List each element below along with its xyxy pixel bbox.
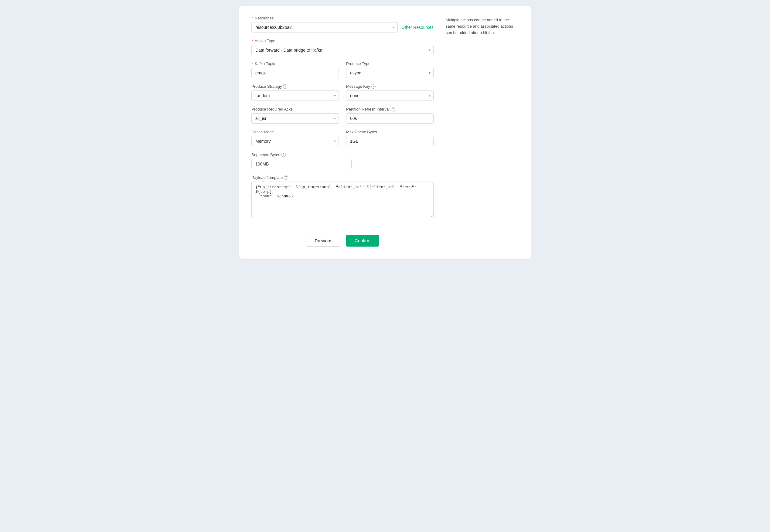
action-type-select-wrapper: Data forward - Data bridge to Kafka ▾ xyxy=(251,45,434,55)
message-key-select-wrapper: none ▾ xyxy=(346,90,434,101)
message-key-label: Message Key ? xyxy=(346,84,434,89)
produce-type-col: Produce Type async ▾ xyxy=(346,61,434,78)
segments-bytes-group: Segments Bytes ? xyxy=(251,152,434,169)
kafka-produce-row: * Kafka Topic Produce Type async ▾ xyxy=(251,61,434,78)
payload-template-group: Payload Template ? {"up_timestamp": ${up… xyxy=(251,175,434,219)
payload-template-label: Payload Template ? xyxy=(251,175,434,180)
resources-row: resource:c63b2ba2 ▾ Other Resources xyxy=(251,22,434,32)
payload-template-help-icon: ? xyxy=(284,176,288,180)
resources-group: * Resources resource:c63b2ba2 ▾ Other Re… xyxy=(251,16,434,32)
produce-acks-label: Produce Required Acks xyxy=(251,107,339,111)
max-cache-bytes-label: Max Cache Bytes xyxy=(346,130,434,134)
form-sidebar: Multiple actions can be added to the sam… xyxy=(446,16,519,247)
message-key-select[interactable]: none xyxy=(346,90,434,101)
action-type-group: * Action Type Data forward - Data bridge… xyxy=(251,39,434,55)
partition-refresh-label: Partition Refresh Interval ? xyxy=(346,107,434,111)
confirm-button[interactable]: Confirm xyxy=(346,235,379,247)
resources-select[interactable]: resource:c63b2ba2 xyxy=(251,22,398,32)
form-container: * Resources resource:c63b2ba2 ▾ Other Re… xyxy=(239,6,531,259)
partition-refresh-input[interactable] xyxy=(346,113,434,124)
resources-select-wrapper: resource:c63b2ba2 ▾ xyxy=(251,22,398,32)
segments-bytes-input[interactable] xyxy=(251,159,352,169)
produce-type-label: Produce Type xyxy=(346,61,434,66)
kafka-topic-required-star: * xyxy=(251,61,253,66)
previous-button[interactable]: Previous xyxy=(306,235,341,247)
produce-type-select-wrapper: async ▾ xyxy=(346,68,434,78)
strategy-key-row: Produce Strategy ? random ▾ Message Key … xyxy=(251,84,434,101)
partition-refresh-col: Partition Refresh Interval ? xyxy=(346,107,434,124)
kafka-topic-label: * Kafka Topic xyxy=(251,61,339,66)
action-bar: Previous Confirm xyxy=(251,229,434,247)
produce-strategy-col: Produce Strategy ? random ▾ xyxy=(251,84,339,101)
form-main: * Resources resource:c63b2ba2 ▾ Other Re… xyxy=(251,16,434,247)
produce-strategy-help-icon: ? xyxy=(283,84,287,89)
segments-bytes-label: Segments Bytes ? xyxy=(251,152,434,157)
kafka-topic-input[interactable] xyxy=(251,68,339,78)
resources-label: * Resources xyxy=(251,16,434,20)
acks-partition-row: Produce Required Acks all_isr ▾ Partitio… xyxy=(251,107,434,124)
other-resources-link[interactable]: Other Resources xyxy=(401,25,434,30)
sidebar-note: Multiple actions can be added to the sam… xyxy=(446,17,519,36)
action-type-label: * Action Type xyxy=(251,39,434,43)
kafka-topic-col: * Kafka Topic xyxy=(251,61,339,78)
produce-acks-select-wrapper: all_isr ▾ xyxy=(251,113,339,124)
segments-bytes-help-icon: ? xyxy=(281,153,286,157)
message-key-help-icon: ? xyxy=(371,84,376,89)
action-type-required-star: * xyxy=(251,39,253,43)
cache-row: Cache Mode Memory ▾ Max Cache Bytes xyxy=(251,130,434,146)
produce-acks-col: Produce Required Acks all_isr ▾ xyxy=(251,107,339,124)
produce-strategy-label: Produce Strategy ? xyxy=(251,84,339,89)
cache-mode-label: Cache Mode xyxy=(251,130,339,134)
payload-template-textarea[interactable]: {"up_timestamp": ${up_timestamp}, "clien… xyxy=(251,182,434,218)
produce-strategy-select-wrapper: random ▾ xyxy=(251,90,339,101)
resources-required-star: * xyxy=(251,16,253,20)
message-key-col: Message Key ? none ▾ xyxy=(346,84,434,101)
produce-strategy-select[interactable]: random xyxy=(251,90,339,101)
produce-acks-select[interactable]: all_isr xyxy=(251,113,339,124)
max-cache-bytes-input[interactable] xyxy=(346,136,434,146)
cache-mode-select[interactable]: Memory xyxy=(251,136,339,146)
cache-mode-col: Cache Mode Memory ▾ xyxy=(251,130,339,146)
cache-mode-select-wrapper: Memory ▾ xyxy=(251,136,339,146)
produce-type-select[interactable]: async xyxy=(346,68,434,78)
partition-refresh-help-icon: ? xyxy=(391,107,395,111)
form-layout: * Resources resource:c63b2ba2 ▾ Other Re… xyxy=(251,16,519,247)
action-type-select[interactable]: Data forward - Data bridge to Kafka xyxy=(251,45,434,55)
max-cache-bytes-col: Max Cache Bytes xyxy=(346,130,434,146)
